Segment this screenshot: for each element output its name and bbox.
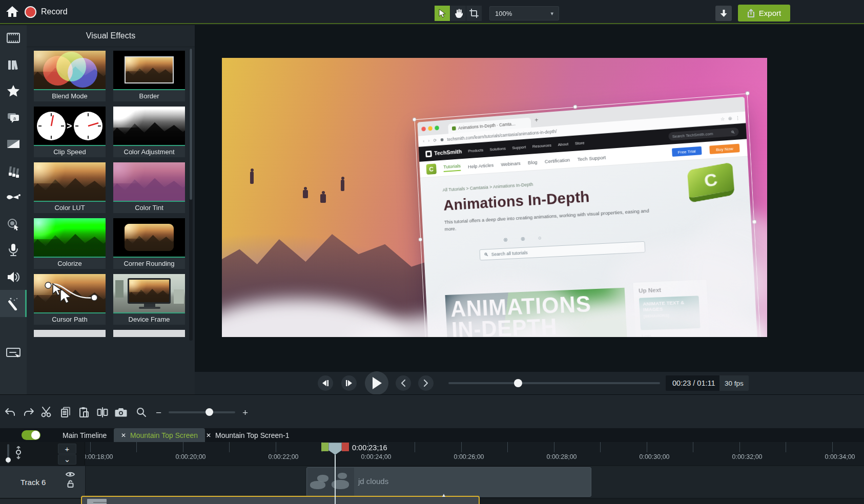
track-lock-icon[interactable] [67, 480, 74, 488]
record-button[interactable]: Record [25, 4, 68, 19]
redo-button[interactable] [22, 405, 36, 419]
selection-handle-nw[interactable] [413, 117, 417, 121]
library-icon [7, 59, 20, 71]
next-frame-button[interactable] [341, 375, 357, 391]
magic-wand-icon [6, 297, 19, 310]
tab-mountain-top-screen-1[interactable]: ✕ Mountain Top Screen-1 [199, 428, 297, 442]
sidebar-item-transitions[interactable] [0, 131, 27, 157]
effect-partial-thumbnail[interactable] [113, 330, 185, 337]
timeline-zoom-knob[interactable] [205, 408, 213, 416]
playhead-line[interactable] [335, 453, 336, 504]
playback-bar: 00:23 / 01:11 30 fps [195, 372, 864, 394]
tab-main-timeline[interactable]: Main Timeline [55, 428, 114, 442]
nav-link: Webinars [501, 160, 521, 166]
pan-tool-button[interactable] [450, 6, 466, 21]
sidebar-item-behaviors[interactable] [0, 159, 27, 184]
cut-button[interactable] [40, 405, 54, 419]
clip-fade-handle[interactable]: ▲ [441, 492, 446, 498]
previous-clip-button[interactable] [396, 375, 411, 391]
sidebar-item-cursor-effects[interactable] [0, 212, 27, 237]
effect-thumbnail [34, 218, 106, 258]
sidebar-item-favorites[interactable] [0, 78, 27, 103]
effect-device-frame[interactable]: Device Frame [113, 274, 185, 325]
new-tab-icon: + [534, 116, 539, 123]
effect-border[interactable]: Border [113, 51, 185, 101]
split-button[interactable] [95, 405, 110, 419]
download-button[interactable] [715, 6, 732, 21]
home-button[interactable] [4, 4, 20, 19]
selected-clip-partial[interactable] [81, 496, 480, 504]
sidebar-item-animations[interactable] [0, 184, 27, 210]
next-clip-button[interactable] [418, 375, 434, 391]
scrubber-knob[interactable] [514, 379, 522, 387]
sidebar-item-media[interactable] [0, 25, 27, 51]
track-5-header[interactable] [0, 499, 85, 504]
copy-button[interactable] [58, 405, 73, 419]
mouse-pointer [51, 283, 63, 297]
effect-color-adjustment[interactable]: Color Adjustment [113, 107, 185, 157]
effect-clip-speed[interactable]: > Clip Speed [34, 107, 106, 157]
sidebar-item-voice-narration[interactable] [0, 237, 27, 263]
track-height-slider[interactable] [7, 444, 9, 464]
effect-colorize[interactable]: Colorize [34, 218, 106, 269]
chevron-down-icon: ▾ [550, 10, 553, 17]
sidebar-item-visual-effects[interactable] [0, 290, 27, 317]
effect-thumbnail [113, 51, 185, 90]
effect-corner-rounding[interactable]: Corner Rounding [113, 218, 185, 269]
preview-canvas[interactable]: Animations In-Depth · Camta… + ‹ › ⟳ tec… [195, 25, 864, 372]
collapse-tracks-button[interactable]: ⌄ [58, 454, 76, 465]
sidebar-item-interactivity[interactable] [0, 341, 27, 366]
screenshot-button[interactable] [114, 405, 128, 419]
selection-handle-n[interactable] [573, 104, 577, 109]
selection-handle-ne[interactable] [745, 91, 750, 96]
sidebar-item-audio-effects[interactable] [0, 264, 27, 290]
timeline-ruler[interactable]: 0:00:18;00 0:00:20;00 0:00:22;00 0:00:24… [0, 442, 864, 465]
effect-cursor-path[interactable]: Cursor Path [34, 274, 106, 325]
tools-sidebar: a [0, 25, 27, 394]
export-button[interactable]: Export [738, 5, 790, 22]
sidebar-item-annotations[interactable]: a [0, 105, 27, 131]
previous-frame-button[interactable] [318, 375, 333, 391]
canvas-tools [435, 6, 482, 21]
undo-button[interactable] [3, 405, 17, 419]
zoom-out-icon[interactable]: − [156, 408, 161, 417]
effects-scrollbar[interactable] [189, 49, 193, 341]
timeline-zoom-slider[interactable] [169, 411, 235, 413]
page-title: Animations In-Depth [443, 178, 750, 214]
paste-icon [79, 407, 89, 418]
timeline-zoom-button[interactable] [134, 405, 149, 419]
camtasia-editor: Record 100% ▾ Export [0, 0, 864, 504]
paste-button[interactable] [77, 405, 91, 419]
selection-handle-w[interactable] [418, 238, 422, 242]
share-icon [747, 9, 755, 17]
nav-link: Products [468, 148, 483, 153]
canvas-zoom-select[interactable]: 100% ▾ [489, 6, 559, 20]
crop-tool-button[interactable] [466, 6, 482, 21]
scrubber-track[interactable] [448, 382, 660, 384]
close-icon[interactable]: ✕ [121, 432, 126, 439]
tab-mountain-top-screen[interactable]: ✕ Mountain Top Screen [114, 428, 205, 442]
timeline-toggle[interactable] [22, 430, 40, 440]
sidebar-item-library[interactable] [0, 52, 27, 78]
effect-partial-thumbnail[interactable] [34, 330, 106, 337]
cursor-effects-icon [7, 218, 20, 231]
clip-jd-clouds[interactable]: jd clouds [306, 467, 591, 497]
export-label: Export [759, 9, 781, 17]
effect-blend-mode[interactable]: Blend Mode [34, 51, 106, 101]
zoom-in-icon[interactable]: + [242, 408, 248, 417]
ruler-label: 0:00:20;00 [168, 453, 214, 460]
track-visibility-icon[interactable] [66, 471, 75, 477]
add-track-button[interactable]: + [58, 444, 76, 454]
play-button[interactable] [365, 371, 388, 395]
track-6-header[interactable]: Track 6 [0, 466, 85, 498]
close-icon[interactable]: ✕ [206, 432, 211, 439]
playhead-in-marker[interactable] [321, 443, 328, 451]
effect-color-lut[interactable]: Color LUT [34, 162, 106, 213]
effect-color-tint[interactable]: Color Tint [113, 162, 185, 213]
select-tool-button[interactable] [435, 6, 450, 21]
track-6-lane[interactable]: jd clouds ▲ [86, 466, 864, 498]
crop-icon [469, 9, 479, 18]
browser-menu-icons: ☆⊕⋮ [721, 115, 740, 121]
top-bar: Record 100% ▾ Export [0, 0, 864, 24]
playhead-out-marker[interactable] [342, 443, 349, 451]
